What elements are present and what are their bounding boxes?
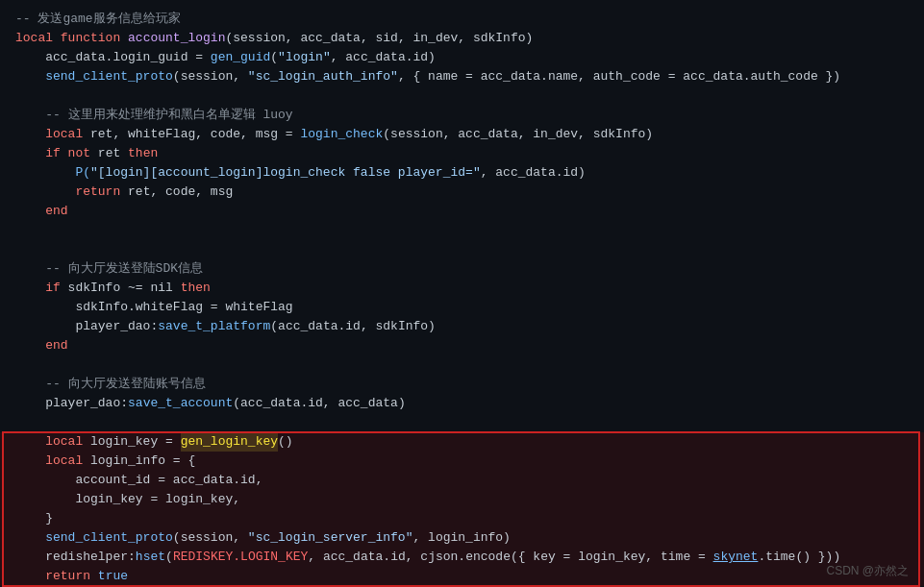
- code-line: [0, 413, 924, 432]
- code-line: [0, 86, 924, 106]
- code-line: send_client_proto(session, "sc_login_aut…: [0, 67, 924, 86]
- code-lines: -- 发送game服务信息给玩家local function account_l…: [0, 10, 924, 587]
- code-line: return true: [0, 567, 924, 586]
- code-line: }: [0, 509, 924, 528]
- code-line: account_id = acc_data.id,: [0, 471, 924, 490]
- code-line: player_dao:save_t_platform(acc_data.id, …: [0, 317, 924, 336]
- code-line: [0, 355, 924, 375]
- code-line: local function account_login(session, ac…: [0, 29, 924, 48]
- code-line: sdkInfo.whiteFlag = whiteFlag: [0, 298, 924, 317]
- code-line: if not ret then: [0, 144, 924, 163]
- code-line: [0, 221, 924, 240]
- code-line: P("[login][account_login]login_check fal…: [0, 163, 924, 183]
- code-line: [0, 240, 924, 259]
- code-line: -- 向大厅发送登陆SDK信息: [0, 259, 924, 279]
- code-line: redishelper:hset(REDISKEY.LOGIN_KEY, acc…: [0, 548, 924, 567]
- code-editor: -- 发送game服务信息给玩家local function account_l…: [0, 0, 924, 587]
- code-line: acc_data.login_guid = gen_guid("login", …: [0, 48, 924, 67]
- code-line: end: [0, 202, 924, 221]
- code-line: end: [0, 336, 924, 355]
- code-line: local login_key = gen_login_key(): [0, 432, 924, 452]
- code-line: login_key = login_key,: [0, 490, 924, 509]
- code-line: -- 向大厅发送登陆账号信息: [0, 375, 924, 394]
- code-line: local login_info = {: [0, 452, 924, 471]
- code-line: -- 这里用来处理维护和黑白名单逻辑 luoy: [0, 106, 924, 125]
- watermark: CSDN @亦然之: [826, 563, 909, 579]
- code-line: local ret, whiteFlag, code, msg = login_…: [0, 125, 924, 144]
- code-line: if sdkInfo ~= nil then: [0, 279, 924, 298]
- code-line: -- 发送game服务信息给玩家: [0, 10, 924, 29]
- code-line: send_client_proto(session, "sc_login_ser…: [0, 528, 924, 548]
- code-line: player_dao:save_t_account(acc_data.id, a…: [0, 394, 924, 413]
- code-line: return ret, code, msg: [0, 183, 924, 202]
